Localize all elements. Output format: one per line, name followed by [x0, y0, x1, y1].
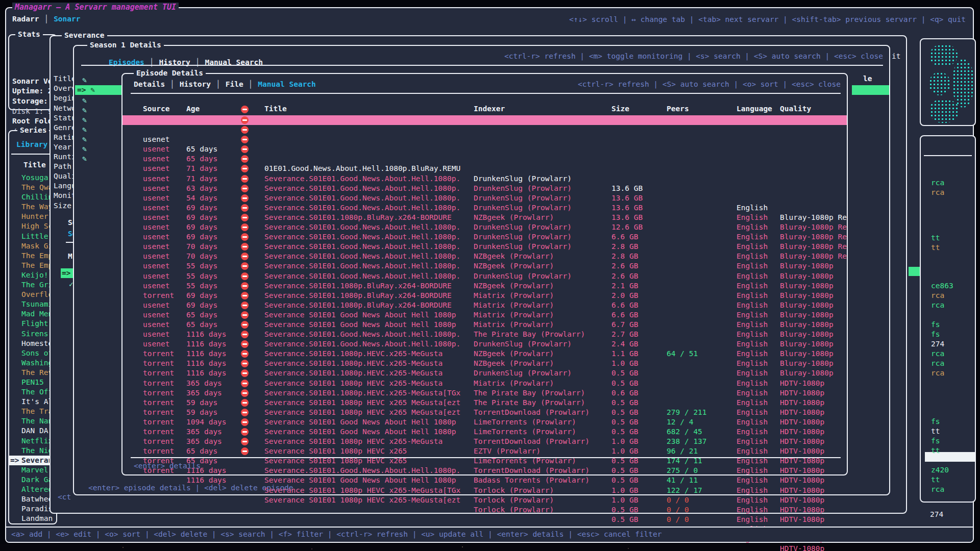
release-row[interactable]: torrent 69 days Severance S01E01 Good Ne… — [122, 271, 847, 281]
episode-modal-tab[interactable]: Details — [134, 80, 180, 88]
seasons-header-fragment: M — [68, 252, 72, 260]
season-modal-divider — [81, 65, 883, 66]
servarr-tab[interactable]: Radarr — [12, 15, 54, 23]
episode-modal-tab[interactable]: History — [180, 80, 226, 88]
cell-peers: 0 / 0 — [667, 495, 689, 505]
cell-size: 0.5 GB — [611, 466, 638, 475]
header-title: Title — [264, 105, 287, 113]
rejected-icon — [241, 145, 249, 153]
rejected-icon — [241, 175, 249, 183]
release-row[interactable]: usenet 71 days Severance.S01E01.Good.New… — [122, 135, 847, 144]
episodes-title-header-tail: le — [863, 74, 872, 83]
header-source: Source — [143, 105, 169, 113]
release-row[interactable]: usenet 65 days 01E01.Good.News.About.Hel… — [122, 115, 847, 125]
series-details-footer-fragment: <ct — [58, 493, 71, 501]
release-row[interactable]: torrent 365 days Severance S01E01 1080p … — [122, 408, 847, 417]
cell-title: Severance S01E01 1080p HEVC x265-MeGusta… — [264, 486, 460, 495]
rejected-icon — [241, 253, 249, 260]
release-row[interactable]: usenet 69 days Severance.S01E01.Good.New… — [122, 193, 847, 203]
series-panel-title: Series — [17, 126, 49, 135]
cell-indexer: Torlock (Prowlarr) — [474, 505, 554, 515]
outside-text-fragment: it — [892, 52, 900, 60]
release-row[interactable]: torrent 59 days Severance S01E01 Good Ne… — [122, 379, 847, 388]
release-row[interactable]: usenet 54 days Severance.S01E01.1080p.Bl… — [122, 164, 847, 173]
poster-dot-art-icon — [930, 44, 958, 67]
release-row[interactable]: usenet 69 days Severance S01E01 Good New… — [122, 261, 847, 271]
episode-modal-keybinds: <ctrl-r> refresh | <S> auto search | <o>… — [578, 80, 841, 88]
release-row[interactable]: usenet 70 days Severance.S01E01.Good.New… — [122, 213, 847, 222]
rejected-icon — [241, 409, 249, 416]
cell-indexer: TorrentDownload (Prowlarr) — [474, 466, 590, 475]
release-row[interactable]: torrent 1116 days Severance S01E01 1080p… — [122, 330, 847, 339]
truncated-text-fragment: tt — [931, 475, 940, 485]
episode-modal-tab[interactable]: Manual Search — [258, 80, 316, 88]
cell-indexer: Torlock (Prowlarr) — [474, 486, 554, 495]
truncated-text-fragment: 274 — [931, 339, 944, 349]
rejected-icon — [241, 311, 249, 319]
release-row[interactable]: usenet 1116 days Severance.S01E01.1080p.… — [122, 310, 847, 320]
episode-monitored-pencil-icon: ✎ — [82, 154, 87, 164]
cell-size: 0.5 GB — [611, 515, 638, 524]
release-row[interactable]: torrent 1116 days Severance.S01E01.1080p… — [122, 339, 847, 349]
release-row[interactable]: usenet 65 days Severance.S01E01.Good.New… — [122, 281, 847, 291]
release-row[interactable]: usenet 65 days Severance.S01E01.Good.New… — [122, 125, 847, 135]
release-row[interactable]: torrent 65 days Severance S01E01 Good Ne… — [122, 427, 847, 437]
release-row[interactable]: usenet 1116 days Severance.S01E01.1080p.… — [122, 320, 847, 330]
cell-language: English — [737, 515, 768, 524]
release-row[interactable]: usenet 69 days Severance.S01E01.Good.New… — [122, 184, 847, 193]
release-row[interactable]: usenet 1116 days Severance.S01E01.1080p.… — [122, 300, 847, 310]
header-age: Age — [186, 105, 200, 113]
rejected-icon — [241, 369, 249, 377]
truncated-text-fragment: rca — [931, 178, 944, 188]
release-row[interactable]: usenet 55 days Severance.S01E01.1080p.Bl… — [122, 232, 847, 242]
release-row[interactable]: usenet 63 days Severance.S01E01.Good.New… — [122, 154, 847, 164]
app-title: Managarr – A Servarr management TUI — [12, 3, 179, 12]
release-row[interactable]: torrent 1094 days Severance S01E01 1080p… — [122, 388, 847, 398]
rejected-icon — [241, 302, 249, 309]
release-row[interactable]: torrent 365 days Severance S01E01 1080p … — [122, 349, 847, 359]
episode-modal-tabs: DetailsHistoryFileManual Search — [134, 80, 316, 88]
release-row[interactable]: torrent 59 days Severance S01E01 Good Ne… — [122, 368, 847, 378]
rejected-icon — [241, 106, 249, 113]
release-row[interactable]: usenet 55 days Severance.S01E01.1080p.Bl… — [122, 242, 847, 252]
truncated-text-fragment: fs — [931, 417, 940, 427]
release-row[interactable]: torrent 1116 days Severance S01E01 1080p… — [122, 446, 847, 456]
servarr-tab[interactable]: Sonarr — [54, 15, 80, 23]
truncated-text-fragment: z420 — [931, 465, 949, 475]
truncated-text-fragment: rca — [931, 485, 944, 494]
rejected-icon — [241, 418, 249, 426]
cell-age: 1116 days — [186, 475, 227, 485]
header-size: Size — [611, 105, 629, 113]
selected-episode-row-fragment[interactable]: => ✎ — [75, 85, 122, 95]
series-divider — [11, 154, 54, 155]
rejected-icon — [241, 204, 249, 212]
rejected-icon — [241, 428, 249, 436]
bottom-keybind-hints: <a> add | <e> edit | <o> sort | <del> de… — [11, 530, 662, 538]
cell-peers: 0 / 0 — [667, 515, 689, 524]
release-row[interactable]: usenet 69 days Severance.S01E01.Good.New… — [122, 203, 847, 213]
cell-peers: 0 / 0 — [667, 505, 689, 515]
episode-monitored-pencil-icon: ✎ — [82, 106, 87, 115]
rejected-icon — [241, 340, 249, 348]
release-row[interactable]: torrent 1116 days Severance S01E01 1080p… — [122, 437, 847, 446]
release-row[interactable]: usenet 70 days Severance.S01E01.Good.New… — [122, 222, 847, 232]
episode-modal-tab[interactable]: File — [226, 80, 258, 88]
rejected-icon — [241, 321, 249, 329]
release-row[interactable]: usenet 69 days Severance.S01E01.Good.New… — [122, 174, 847, 184]
release-row[interactable]: torrent 365 days Severance S01E01 1080p … — [122, 359, 847, 368]
rejected-icon — [241, 389, 249, 397]
truncated-text-fragment: rca — [931, 291, 944, 300]
episode-monitored-pencil-icon: ✎ — [82, 96, 87, 106]
bottom-right-fragment: 274 — [930, 510, 943, 518]
cell-quality: HDTV-1080p — [780, 466, 847, 475]
release-row[interactable]: torrent 365 days Severance S01E01 1080p … — [122, 398, 847, 408]
tab-library[interactable]: Library — [16, 140, 47, 148]
release-row[interactable]: torrent 65 days Severance.S01E01.Good.Ne… — [122, 417, 847, 427]
cell-language: English — [737, 475, 768, 485]
truncated-text-fragment: tt — [931, 243, 940, 253]
release-row[interactable]: usenet 71 days Severance.S01E01.Good.New… — [122, 144, 847, 154]
release-row[interactable]: usenet 65 days Severance.S01E01.Good.New… — [122, 291, 847, 300]
episode-modal-divider — [131, 93, 841, 94]
release-row[interactable]: usenet 55 days Severance.S01E01.1080p.Bl… — [122, 252, 847, 261]
series-list-item[interactable]: =>Landman — [9, 514, 56, 523]
